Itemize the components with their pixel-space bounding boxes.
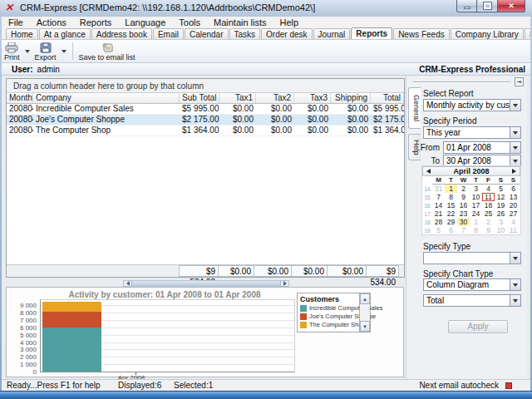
calendar-day[interactable]: 8 <box>470 226 482 234</box>
print-button[interactable]: Print <box>2 40 22 62</box>
group-by-band[interactable]: Drag a column header here to group by th… <box>7 79 404 93</box>
close-button[interactable]: ✕ <box>498 0 525 12</box>
calendar-day[interactable]: 16 <box>457 201 470 209</box>
calendar-day[interactable]: 24 <box>470 209 482 218</box>
apply-button[interactable]: Apply <box>448 320 508 333</box>
calendar-day[interactable]: 7 <box>432 193 445 201</box>
calendar-day[interactable]: 14 <box>432 201 445 209</box>
chart-type-dropdown-icon[interactable] <box>510 279 520 290</box>
column-header-sub-total[interactable]: Sub Total <box>180 93 219 103</box>
calendar-day[interactable]: 22 <box>445 209 457 218</box>
select-report-dropdown-icon[interactable] <box>510 100 520 111</box>
calendar-day[interactable]: 30 <box>457 218 470 226</box>
chart-metric-dropdown-icon[interactable] <box>510 295 520 306</box>
table-row[interactable]: 200804The Computer Shop$1 364.00$0.00$0.… <box>7 126 404 136</box>
calendar-day[interactable]: 4 <box>482 185 495 193</box>
export-dropdown-icon[interactable] <box>62 50 66 53</box>
tab-company-library[interactable]: Company Library <box>451 28 524 39</box>
specify-period-dropdown-icon[interactable] <box>510 127 520 138</box>
specify-type-dropdown-icon[interactable] <box>510 253 520 264</box>
calendar-day[interactable]: 15 <box>445 201 457 209</box>
column-header-tax2[interactable]: Tax2 <box>256 93 294 103</box>
maximize-button[interactable] <box>477 0 498 12</box>
tab-home[interactable]: Home <box>6 28 38 39</box>
calendar-day[interactable]: 12 <box>495 193 507 201</box>
table-row[interactable]: 200804Incredible Computer Sales$5 995.00… <box>7 104 404 115</box>
calendar-day[interactable]: 1 <box>470 218 482 226</box>
calendar-day[interactable]: 17 <box>470 201 482 209</box>
from-date-dropdown[interactable]: 01 Apr 2008 <box>443 141 521 154</box>
calendar-day[interactable]: 21 <box>432 209 445 218</box>
calendar-day[interactable]: 1 <box>445 185 457 193</box>
calendar-day[interactable]: 2 <box>457 185 470 193</box>
select-report-dropdown[interactable]: Monthly activity by customer <box>423 99 521 111</box>
chart-metric-dropdown[interactable]: Total <box>423 294 521 307</box>
column-header-company[interactable]: Company <box>33 93 180 103</box>
export-button[interactable]: Export <box>32 40 59 62</box>
menu-item-actions[interactable]: Actions <box>30 17 73 27</box>
tab-journal[interactable]: Journal <box>313 28 351 39</box>
column-header-tax1[interactable]: Tax1 <box>219 93 256 103</box>
menu-item-reports[interactable]: Reports <box>73 17 119 27</box>
tab-order-desk[interactable]: Order desk <box>261 28 312 39</box>
calendar-day[interactable]: 31 <box>432 185 445 193</box>
legend-scroll-up-icon[interactable]: ▲ <box>360 293 370 304</box>
calendar-day[interactable]: 4 <box>507 218 520 226</box>
print-dropdown-icon[interactable] <box>25 50 30 53</box>
calendar-day[interactable]: 26 <box>495 209 507 218</box>
calendar-day[interactable]: 20 <box>507 201 520 209</box>
panel-splitter[interactable] <box>413 81 510 83</box>
chart-type-dropdown[interactable]: Column Diagram <box>423 278 521 291</box>
calendar-day[interactable]: 9 <box>457 193 470 201</box>
menu-item-tools[interactable]: Tools <box>172 17 207 27</box>
tab-email[interactable]: Email <box>153 28 184 39</box>
calendar-day[interactable]: 8 <box>445 193 457 201</box>
column-header-total[interactable]: Total <box>371 93 404 103</box>
calendar-day[interactable]: 9 <box>482 226 495 234</box>
tab-reports[interactable]: Reports <box>351 27 392 39</box>
calendar-day[interactable]: 23 <box>457 209 470 218</box>
calendar-day[interactable]: 10 <box>495 226 507 234</box>
minimize-button[interactable] <box>456 0 477 12</box>
calendar-day[interactable]: 18 <box>482 201 495 209</box>
calendar-day[interactable]: 10 <box>470 193 482 201</box>
specify-type-dropdown[interactable] <box>423 252 521 264</box>
calendar-day-today[interactable]: 11 <box>482 193 495 201</box>
calendar-day[interactable]: 25 <box>482 209 495 218</box>
tab-calendar[interactable]: Calendar <box>185 28 229 39</box>
calendar-day[interactable]: 7 <box>457 226 470 234</box>
calendar-day[interactable]: 28 <box>432 218 445 226</box>
calendar-day[interactable]: 19 <box>495 201 507 209</box>
table-row[interactable]: 200804Joe's Computer Shoppe$2 175.00$0.0… <box>7 115 404 126</box>
pin-panel-icon[interactable]: ⇥ <box>515 77 524 86</box>
menu-item-file[interactable]: File <box>2 17 30 27</box>
tab-general[interactable]: General <box>408 87 421 129</box>
tab-tasks[interactable]: Tasks <box>229 28 261 39</box>
specify-period-dropdown[interactable]: This year <box>423 126 521 139</box>
horizontal-scrollbar[interactable] <box>123 280 289 287</box>
calendar-day[interactable]: 5 <box>432 226 445 234</box>
from-dropdown-icon[interactable] <box>510 142 520 153</box>
scrollbar-thumb[interactable] <box>131 281 281 286</box>
column-header-shipping[interactable]: Shipping <box>331 93 371 103</box>
calendar-day[interactable]: 3 <box>470 185 482 193</box>
column-header-month[interactable]: Month <box>7 93 33 103</box>
calendar-day[interactable]: 11 <box>507 226 520 234</box>
menu-item-maintain-lists[interactable]: Maintain lists <box>207 17 273 27</box>
calendar-prev-icon[interactable] <box>426 169 431 174</box>
calendar-next-icon[interactable] <box>512 169 516 174</box>
calendar-day[interactable]: 2 <box>482 218 495 226</box>
calendar-day[interactable]: 29 <box>445 218 457 226</box>
tab-at-a-glance[interactable]: At a glance <box>39 28 91 39</box>
calendar-day[interactable]: 6 <box>507 185 520 193</box>
scroll-left-icon[interactable] <box>124 281 131 286</box>
calendar-day[interactable]: 6 <box>445 226 457 234</box>
calendar-day[interactable]: 27 <box>507 209 520 218</box>
calendar-day[interactable]: 13 <box>507 193 520 201</box>
legend-scrollbar[interactable]: ▲ ▼ <box>359 293 370 332</box>
tab-address-book[interactable]: Address book <box>91 28 152 39</box>
legend-scroll-down-icon[interactable]: ▼ <box>360 321 370 332</box>
menu-item-help[interactable]: Help <box>273 17 306 27</box>
calendar-day[interactable]: 3 <box>495 218 507 226</box>
tab-news-feeds[interactable]: News Feeds <box>393 28 450 39</box>
